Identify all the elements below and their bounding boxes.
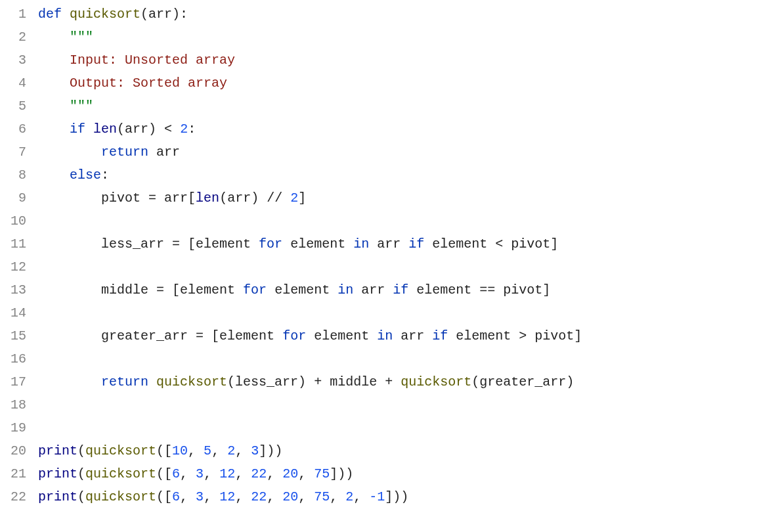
code-line[interactable] (38, 416, 784, 439)
token-pun (282, 187, 290, 210)
code-line[interactable] (38, 255, 784, 278)
token-op: = (148, 187, 156, 210)
token-op: = (156, 278, 164, 301)
token-pun (401, 233, 408, 255)
token-bi: print (38, 462, 77, 485)
token-str: Output: Sorted array (70, 72, 227, 95)
token-num: 3 (196, 462, 204, 485)
token-fn: quicksort (156, 370, 227, 393)
token-pun: , (353, 485, 369, 508)
token-pun (188, 324, 196, 347)
token-pun (62, 3, 70, 26)
token-kw: in (338, 278, 353, 301)
token-id: element (219, 324, 274, 347)
line-number: 15 (0, 324, 26, 347)
token-pun: , (298, 462, 314, 485)
token-id: arr (156, 141, 180, 164)
token-op: + (314, 370, 322, 393)
token-num: 12 (219, 462, 235, 485)
code-line[interactable]: Input: Unsorted array (38, 49, 784, 72)
token-pun: ( (219, 187, 227, 210)
token-pun: ([ (156, 439, 172, 462)
token-kw: else (70, 164, 101, 187)
token-id: middle (330, 370, 377, 393)
token-str: Input: Unsorted array (70, 49, 235, 72)
token-pun: ) (148, 118, 164, 141)
code-line[interactable]: Output: Sorted array (38, 72, 784, 95)
token-id: greater_arr (101, 324, 188, 347)
code-line[interactable] (38, 393, 784, 416)
token-pun: ] (550, 233, 558, 255)
line-number-gutter: 12345678910111213141516171819202122 (0, 3, 38, 508)
token-pun: ([ (156, 462, 172, 485)
code-line[interactable]: print(quicksort([6, 3, 12, 22, 20, 75])) (38, 462, 784, 485)
token-id: greater_arr (479, 370, 566, 393)
code-line[interactable]: greater_arr = [element for element in ar… (38, 324, 784, 347)
line-number: 14 (0, 301, 26, 324)
token-id: element (314, 324, 369, 347)
code-line[interactable]: def quicksort(arr): (38, 3, 784, 26)
token-num: 75 (314, 485, 330, 508)
line-number: 22 (0, 485, 26, 508)
code-line[interactable]: return arr (38, 141, 784, 164)
token-pun (322, 370, 330, 393)
token-pun (393, 324, 401, 347)
code-line[interactable]: less_arr = [element for element in arr i… (38, 233, 784, 255)
code-line[interactable] (38, 210, 784, 233)
token-pun: , (267, 462, 282, 485)
token-id: element (290, 233, 345, 255)
token-fn: quicksort (85, 462, 156, 485)
token-pun (408, 278, 416, 301)
token-pun: ] (574, 324, 582, 347)
token-pun (282, 233, 290, 255)
token-op: = (196, 324, 204, 347)
line-number: 18 (0, 393, 26, 416)
token-pun: [ (204, 324, 219, 347)
token-pun: : (101, 164, 109, 187)
token-pun: ( (77, 462, 85, 485)
code-line[interactable]: print(quicksort([10, 5, 2, 3])) (38, 439, 784, 462)
token-id: element (432, 233, 487, 255)
token-pun: , (204, 462, 219, 485)
code-line[interactable]: pivot = arr[len(arr) // 2] (38, 187, 784, 210)
code-line[interactable] (38, 347, 784, 370)
token-op: // (267, 187, 282, 210)
code-line[interactable]: return quicksort(less_arr) + middle + qu… (38, 370, 784, 393)
token-pun: , (330, 485, 345, 508)
token-id: arr (401, 324, 424, 347)
token-kw: if (70, 118, 85, 141)
line-number: 17 (0, 370, 26, 393)
code-line[interactable]: if len(arr) < 2: (38, 118, 784, 141)
token-pun (85, 118, 93, 141)
token-op: + (385, 370, 393, 393)
token-pun: ) (251, 187, 267, 210)
line-number: 21 (0, 462, 26, 485)
code-line[interactable]: print(quicksort([6, 3, 12, 22, 20, 75, 2… (38, 485, 784, 508)
token-pun (251, 233, 259, 255)
code-line[interactable]: else: (38, 164, 784, 187)
code-editor-content[interactable]: def quicksort(arr): """ Input: Unsorted … (38, 3, 784, 508)
token-id: element (274, 278, 330, 301)
token-pun: , (235, 485, 251, 508)
token-bi: print (38, 485, 77, 508)
token-pun: : (188, 118, 196, 141)
indent (38, 164, 70, 187)
token-pun: [ (180, 233, 196, 255)
line-number: 9 (0, 187, 26, 210)
token-pun: ( (471, 370, 479, 393)
code-line[interactable]: middle = [element for element in arr if … (38, 278, 784, 301)
code-line[interactable]: """ (38, 95, 784, 118)
token-kw: if (393, 278, 408, 301)
token-pun (306, 324, 314, 347)
token-num: 22 (251, 462, 267, 485)
token-pun (424, 233, 432, 255)
token-pun (503, 233, 511, 255)
indent (38, 95, 70, 118)
token-pun (527, 324, 534, 347)
token-pun (385, 278, 393, 301)
token-bi: print (38, 439, 77, 462)
token-pun (345, 233, 353, 255)
code-line[interactable]: """ (38, 26, 784, 49)
code-line[interactable] (38, 301, 784, 324)
line-number: 5 (0, 95, 26, 118)
